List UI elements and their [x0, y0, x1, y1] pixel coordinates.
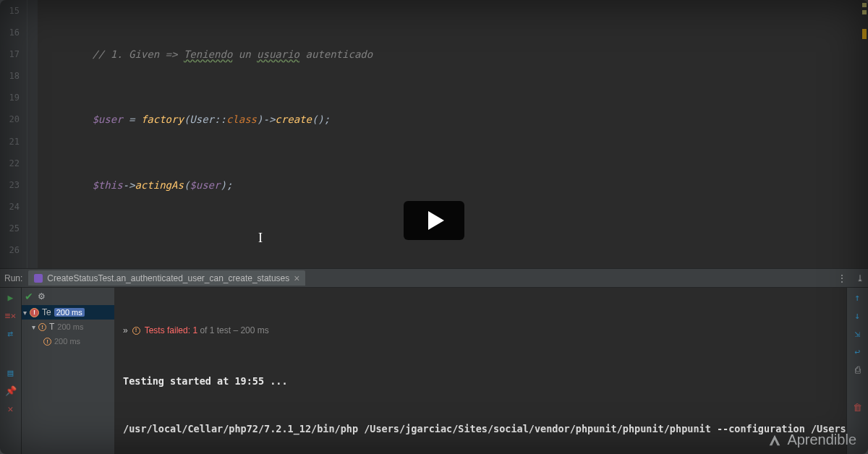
trash-icon[interactable]: 🗑 — [852, 401, 864, 413]
line-number: 24 — [0, 196, 20, 218]
line-gutter: 15 16 17 18 19 20 21 22 23 24 25 26 — [0, 0, 27, 268]
close-icon[interactable]: × — [294, 273, 299, 283]
up-arrow-icon[interactable]: ↑ — [852, 291, 864, 303]
chevron-down-icon: ▾ — [32, 323, 35, 331]
test-node[interactable]: ▾ ! T 200 ms — [22, 320, 114, 334]
download-icon[interactable]: ⤓ — [856, 273, 864, 283]
wrap-icon[interactable]: ↩ — [852, 346, 864, 357]
watermark: Aprendible — [767, 432, 856, 448]
line-number: 25 — [0, 218, 20, 239]
export-icon[interactable]: ⇲ — [852, 327, 864, 339]
run-toolwindow: ▶ ≡× ⇄ ▤ 📌 ✕ ✔ ⚙ ▾ ! Te 200 ms ▾ ! T 200… — [0, 288, 868, 454]
more-icon[interactable]: ⋮ — [838, 273, 846, 283]
checkmark-icon[interactable]: ✔ — [25, 291, 33, 302]
run-tab-title: CreateStatusTest.an_authenticated_user_c… — [47, 273, 289, 283]
test-time: 200 ms — [54, 308, 85, 317]
play-icon — [428, 211, 444, 230]
run-left-toolbar: ▶ ≡× ⇄ ▤ 📌 ✕ — [0, 288, 22, 454]
line-number: 23 — [0, 174, 20, 196]
line-number: 22 — [0, 153, 20, 174]
run-tab[interactable]: CreateStatusTest.an_authenticated_user_c… — [28, 270, 305, 286]
console-line: Testing started at 19:55 ... — [123, 373, 841, 389]
test-node[interactable]: ! 200 ms — [22, 334, 114, 348]
run-label: Run: — [4, 273, 22, 283]
test-time: 200 ms — [54, 337, 80, 346]
error-stripe[interactable] — [861, 0, 868, 268]
test-node-root[interactable]: ▾ ! Te 200 ms — [22, 305, 114, 320]
run-toolwindow-bar: Run: CreateStatusTest.an_authenticated_u… — [0, 268, 868, 288]
test-time: 200 ms — [57, 322, 83, 331]
video-play-button[interactable] — [404, 201, 464, 240]
test-status-line: » ! Tests failed: 1 of 1 test – 200 ms — [123, 322, 841, 338]
phpunit-icon — [34, 274, 43, 283]
line-number: 19 — [0, 87, 20, 108]
console-line: /usr/local/Cellar/php72/7.2.1_12/bin/php… — [123, 421, 841, 437]
logo-icon — [767, 432, 783, 448]
chevrons-icon: » — [123, 322, 128, 338]
fail-icon: ! — [38, 323, 46, 331]
down-arrow-icon[interactable]: ↓ — [852, 309, 864, 321]
console-right-toolbar: ↑ ↓ ⇲ ↩ ⎙ 🗑 — [846, 288, 868, 454]
test-console[interactable]: » ! Tests failed: 1 of 1 test – 200 ms T… — [114, 288, 846, 454]
line-number: 21 — [0, 131, 20, 153]
close-icon[interactable]: ✕ — [5, 403, 17, 414]
gear-icon[interactable]: ⚙ — [38, 291, 46, 301]
fail-icon: ! — [30, 308, 39, 317]
line-number: 16 — [0, 22, 20, 43]
test-tree[interactable]: ✔ ⚙ ▾ ! Te 200 ms ▾ ! T 200 ms ! 200 ms — [22, 288, 114, 454]
chevron-down-icon: ▾ — [23, 309, 27, 317]
cancel-icon[interactable]: ≡× — [5, 309, 17, 321]
line-number: 17 — [0, 43, 20, 65]
line-number: 15 — [0, 0, 20, 22]
print-icon[interactable]: ⎙ — [852, 364, 864, 375]
fail-icon: ! — [132, 327, 140, 335]
rerun-failed-icon[interactable]: ⇄ — [5, 327, 17, 339]
pin-icon[interactable]: 📌 — [5, 385, 17, 396]
layout-icon[interactable]: ▤ — [5, 367, 17, 378]
run-icon[interactable]: ▶ — [5, 291, 17, 303]
fold-column[interactable] — [27, 0, 38, 268]
fail-icon: ! — [43, 338, 51, 346]
line-number: 20 — [0, 108, 20, 130]
line-number: 26 — [0, 239, 20, 261]
line-number: 18 — [0, 65, 20, 87]
